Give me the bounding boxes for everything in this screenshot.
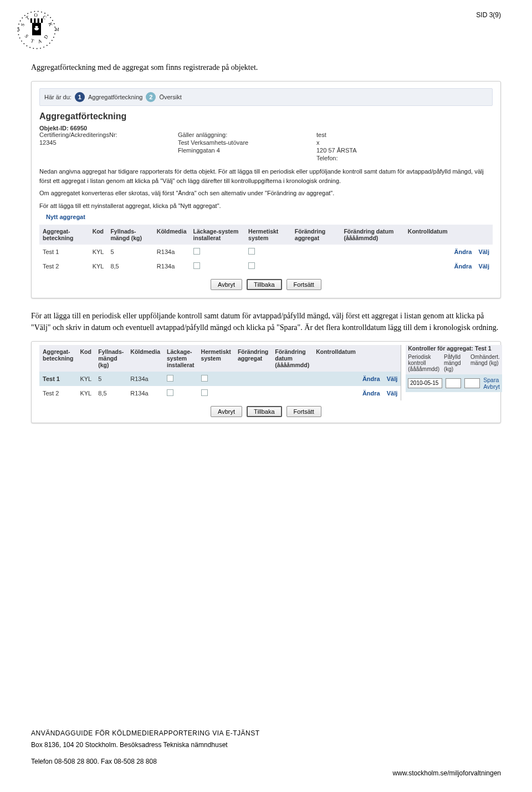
footer-address-1: Box 8136, 104 20 Stockholm. — [31, 741, 120, 749]
cert-label: Certifiering/AckrediteringsNr: — [39, 131, 167, 138]
anlaggning-label: Gäller anläggning: — [178, 131, 305, 138]
choose-link[interactable]: Välj — [387, 390, 398, 397]
edit-link[interactable]: Ändra — [362, 390, 380, 397]
choose-link[interactable]: Välj — [387, 375, 398, 382]
svg-text:M: M — [55, 27, 59, 32]
intro-paragraph: Aggregatförteckning med de aggregat som … — [31, 62, 501, 73]
th-forandring: Förändring aggregat — [234, 345, 272, 372]
save-link[interactable]: Spara — [483, 377, 499, 383]
postal: 120 57 ÅRSTA — [316, 147, 493, 154]
checkbox-herm[interactable] — [201, 375, 208, 382]
stockholm-logo: S T O C K H O L S T A D M S — [14, 8, 59, 52]
screenshot-panel-1: Här är du: 1 Aggregatförteckning 2 Övers… — [31, 81, 501, 298]
svg-point-10 — [34, 26, 39, 31]
cell-mangd: 8,5 — [107, 259, 153, 273]
table-row-selected: Test 1 KYL 5 R134a Ändra Välj — [39, 372, 401, 386]
checkbox-herm[interactable] — [248, 248, 255, 255]
svg-rect-6 — [34, 18, 35, 23]
breadcrumb: Här är du: 1 Aggregatförteckning 2 Övers… — [39, 88, 493, 106]
back-button[interactable]: Tillbaka — [247, 279, 282, 290]
choose-link[interactable]: Välj — [478, 263, 489, 270]
next-button[interactable]: Fortsätt — [287, 406, 321, 417]
cell-mangd: 5 — [95, 372, 127, 386]
telefon: Telefon: — [316, 155, 493, 161]
th-beteckning: Aggregat-beteckning — [39, 345, 76, 372]
checkbox-lackage[interactable] — [193, 262, 200, 269]
back-button[interactable]: Tillbaka — [247, 406, 282, 417]
fill-input[interactable] — [446, 378, 461, 388]
sidebox-title: Kontroller för aggregat: Test 1 — [406, 345, 502, 354]
svg-rect-7 — [38, 18, 39, 23]
table-row: Test 2 KYL 8,5 R134a Ändra Välj — [39, 386, 401, 400]
controls-sidebox: Kontroller för aggregat: Test 1 Periodis… — [401, 345, 502, 400]
svg-text:S: S — [18, 27, 20, 32]
help-1: Nedan angivna aggregat har tidigare rapp… — [39, 167, 493, 185]
new-aggregate-link[interactable]: Nytt aggregat — [46, 214, 85, 220]
svg-rect-9 — [41, 18, 43, 23]
company-name: Test Verksamhets-utövare — [178, 139, 305, 146]
step-1-badge[interactable]: 1 — [75, 92, 85, 102]
aggregate-table: Aggregat-beteckning Kod Fyllnads-mängd (… — [39, 225, 493, 273]
step-2-label[interactable]: Översikt — [159, 94, 181, 100]
col3-val1: test — [316, 131, 493, 138]
cell-name: Test 1 — [39, 372, 76, 386]
th-datum: Förändring datum (ååååmmdd) — [272, 345, 313, 372]
footer-url: www.stockholm.se/miljoforvaltningen — [31, 768, 501, 779]
dispose-input[interactable] — [464, 378, 480, 388]
cell-kod: KYL — [89, 259, 108, 273]
next-button[interactable]: Fortsätt — [287, 279, 321, 290]
checkbox-herm[interactable] — [248, 262, 255, 269]
object-id: Objekt-ID: 66950 — [39, 125, 493, 131]
cancel-button[interactable]: Avbryt — [211, 406, 242, 417]
breadcrumb-label: Här är du: — [44, 94, 71, 100]
edit-link[interactable]: Ändra — [362, 375, 380, 382]
footer-address-2: Besöksadress Tekniska nämndhuset — [120, 741, 228, 749]
th-beteckning: Aggregat-beteckning — [39, 225, 89, 245]
cell-mangd: 5 — [107, 245, 153, 259]
th-media: Köldmedia — [127, 345, 163, 372]
cancel-button[interactable]: Avbryt — [211, 279, 242, 290]
step-2-badge[interactable]: 2 — [146, 92, 156, 102]
th-kontroll: Kontrolldatum — [313, 345, 359, 372]
step-1-label[interactable]: Aggregatförteckning — [88, 94, 142, 100]
cancel-link[interactable]: Avbryt — [483, 383, 500, 390]
table-row: Test 2 KYL 8,5 R134a Ändra Välj — [39, 259, 493, 273]
side-col-2: Påfylld mängd (kg) — [444, 354, 466, 372]
panel-title: Aggregatförteckning — [39, 111, 493, 121]
second-paragraph: För att lägga till en periodisk eller up… — [31, 311, 501, 333]
cell-media: R134a — [154, 259, 190, 273]
cert-value: 12345 — [39, 139, 167, 146]
checkbox-lackage[interactable] — [167, 389, 173, 396]
cell-name: Test 1 — [39, 245, 89, 259]
side-col-1: Periodisk kontroll (ååååmmdd) — [408, 354, 439, 372]
cell-name: Test 2 — [39, 386, 76, 400]
cell-kod: KYL — [89, 245, 108, 259]
cell-kod: KYL — [76, 386, 95, 400]
edit-link[interactable]: Ändra — [454, 263, 472, 270]
checkbox-lackage[interactable] — [167, 375, 173, 382]
address: Fleminggatan 4 — [178, 147, 305, 154]
edit-link[interactable]: Ändra — [454, 248, 472, 255]
help-3: För att lägga till ett nyinstallerat agg… — [39, 201, 493, 211]
th-herm: Hermetiskt system — [198, 345, 234, 372]
help-2: Om aggregatet konverteras eller skrotas,… — [39, 189, 493, 198]
cell-media: R134a — [127, 372, 163, 386]
th-lackage: Läckage-system installerat — [190, 225, 245, 245]
svg-rect-8 — [30, 18, 32, 23]
choose-link[interactable]: Välj — [478, 248, 489, 255]
side-col-3: Omhändert. mängd (kg) — [470, 354, 500, 372]
th-forandring: Förändring aggregat — [291, 225, 341, 245]
cell-kod: KYL — [76, 372, 95, 386]
checkbox-herm[interactable] — [201, 389, 208, 396]
date-input[interactable] — [408, 378, 442, 388]
th-mangd: Fyllnads-mängd (kg) — [107, 225, 153, 245]
footer-phone: Telefon 08-508 28 800. — [31, 758, 101, 765]
checkbox-lackage[interactable] — [193, 248, 200, 255]
th-kod: Kod — [76, 345, 95, 372]
svg-point-11 — [34, 27, 35, 28]
footer-fax: Fax 08-508 28 808 — [101, 758, 157, 765]
svg-point-12 — [38, 27, 39, 28]
th-herm: Hermetiskt system — [245, 225, 291, 245]
table-row: Test 1 KYL 5 R134a Ändra Välj — [39, 245, 493, 259]
th-lackage: Läckage-system installerat — [163, 345, 198, 372]
